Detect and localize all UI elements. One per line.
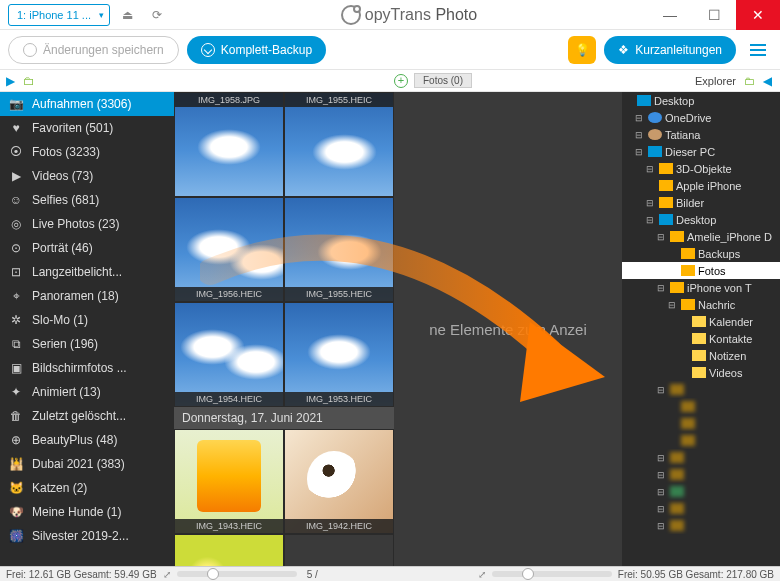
sidebar-item[interactable]: ✦Animiert (13) (0, 380, 174, 404)
guides-button[interactable]: ❖ Kurzanleitungen (604, 36, 736, 64)
tree-label: Apple iPhone (676, 180, 741, 192)
photo-thumb[interactable]: IMG_1955.HEIC (284, 197, 394, 302)
tree-row[interactable]: Backups (622, 245, 780, 262)
maximize-button[interactable]: ☐ (692, 0, 736, 30)
sidebar-item[interactable]: 🗑Zuletzt gelöscht... (0, 404, 174, 428)
sidebar-item[interactable]: 🎆Silvester 2019-2... (0, 524, 174, 548)
device-dropdown[interactable]: 1: iPhone 11 ... (8, 4, 110, 26)
status-right: Frei: 50.95 GB Gesamt: 217.80 GB (618, 569, 774, 580)
sidebar-item[interactable]: 🕌Dubai 2021 (383) (0, 452, 174, 476)
eject-icon[interactable]: ⏏ (114, 2, 140, 28)
statusbar: Frei: 12.61 GB Gesamt: 59.49 GB ⤢ 5 / ⤢ … (0, 566, 780, 581)
explorer-tree: Desktop⊟OneDrive⊟Tatiana⊟Dieser PC⊟3D-Ob… (622, 92, 780, 566)
tree-row[interactable]: ⊟Dieser PC (622, 143, 780, 160)
sidebar-item[interactable]: 🐱Katzen (2) (0, 476, 174, 500)
photo-thumb[interactable]: IMG_1943.HEIC (174, 429, 284, 534)
tree-row[interactable] (622, 432, 780, 449)
sidebar-item[interactable]: 🐶Meine Hunde (1) (0, 500, 174, 524)
tree-row[interactable]: ⊟Nachric (622, 296, 780, 313)
tree-twisty-icon[interactable]: ⊟ (655, 521, 667, 531)
tips-button[interactable]: 💡 (568, 36, 596, 64)
tree-twisty-icon[interactable]: ⊟ (633, 130, 645, 140)
refresh-icon[interactable]: ⟳ (144, 2, 170, 28)
sidebar-item[interactable]: ▣Bildschirmfotos ... (0, 356, 174, 380)
tree-twisty-icon[interactable]: ⊟ (644, 215, 656, 225)
tree-twisty-icon[interactable]: ⊟ (655, 283, 667, 293)
drop-area[interactable]: ne Elemente zum Anzei (394, 92, 622, 566)
close-button[interactable]: ✕ (736, 0, 780, 30)
photo-thumb[interactable]: IMG_1956.HEIC (174, 197, 284, 302)
photo-thumb[interactable]: IMG_1954.HEIC (174, 302, 284, 407)
tree-row[interactable]: Kalender (622, 313, 780, 330)
sidebar-item[interactable]: 📷Aufnahmen (3306) (0, 92, 174, 116)
tree-twisty-icon[interactable]: ⊟ (655, 453, 667, 463)
tree-row[interactable]: Desktop (622, 92, 780, 109)
sidebar-item[interactable]: ⊕BeautyPlus (48) (0, 428, 174, 452)
tree-twisty-icon[interactable]: ⊟ (655, 385, 667, 395)
sidebar-item[interactable]: ✲Slo-Mo (1) (0, 308, 174, 332)
photo-thumb[interactable]: IMG_1958.JPG (174, 92, 284, 197)
tree-row[interactable] (622, 415, 780, 432)
sidebar-item[interactable]: ♥Favoriten (501) (0, 116, 174, 140)
sidebar-item[interactable]: ⦿Fotos (3233) (0, 140, 174, 164)
tree-row[interactable]: ⊟ (622, 466, 780, 483)
tree-row[interactable]: Kontakte (622, 330, 780, 347)
folder-open-icon[interactable]: 🗀 (23, 74, 35, 88)
sidebar-item[interactable]: ⊙Porträt (46) (0, 236, 174, 260)
tree-row[interactable]: ⊟OneDrive (622, 109, 780, 126)
tree-twisty-icon[interactable]: ⊟ (655, 504, 667, 514)
tree-twisty-icon[interactable]: ⊟ (655, 232, 667, 242)
folder-icon[interactable]: 🗀 (744, 75, 755, 87)
photo-thumb[interactable]: IMG_1942.HEIC (284, 429, 394, 534)
tree-row[interactable]: Notizen (622, 347, 780, 364)
play-icon[interactable]: ▶ (6, 74, 15, 88)
tree-row[interactable]: ⊟ (622, 517, 780, 534)
tree-twisty-icon[interactable]: ⊟ (633, 147, 645, 157)
sidebar-item[interactable]: ⌖Panoramen (18) (0, 284, 174, 308)
minimize-button[interactable]: — (648, 0, 692, 30)
photo-thumb[interactable]: IMG_1955.HEIC (284, 92, 394, 197)
sidebar-item[interactable]: ⊡Langzeitbelicht... (0, 260, 174, 284)
tree-row[interactable]: ⊟ (622, 500, 780, 517)
collapse-icon[interactable]: ▶ (763, 74, 772, 88)
tree-row[interactable]: ⊟ (622, 449, 780, 466)
date-header: Donnerstag, 17. Juni 2021 (174, 407, 394, 429)
zoom-slider-left[interactable] (177, 571, 297, 577)
expand-right-icon[interactable]: ⤢ (478, 569, 486, 580)
tree-node-icon (670, 452, 684, 463)
tree-twisty-icon[interactable]: ⊟ (633, 113, 645, 123)
tree-row[interactable]: ⊟iPhone von T (622, 279, 780, 296)
fotos-tab[interactable]: Fotos (0) (414, 73, 472, 88)
tree-label: Kontakte (709, 333, 752, 345)
tree-row[interactable]: Apple iPhone (622, 177, 780, 194)
zoom-slider-right[interactable] (492, 571, 612, 577)
tree-twisty-icon[interactable]: ⊟ (655, 470, 667, 480)
full-backup-button[interactable]: Komplett-Backup (187, 36, 326, 64)
photo-thumb[interactable] (174, 534, 284, 566)
tree-row[interactable]: Fotos (622, 262, 780, 279)
tree-row[interactable]: ⊟ (622, 483, 780, 500)
tree-twisty-icon[interactable]: ⊟ (666, 300, 678, 310)
album-icon: 📷 (8, 97, 24, 111)
tree-row[interactable]: ⊟ (622, 381, 780, 398)
tree-row[interactable]: ⊟Amelie_iPhone D (622, 228, 780, 245)
expand-left-icon[interactable]: ⤢ (163, 569, 171, 580)
tree-row[interactable] (622, 398, 780, 415)
tree-row[interactable]: ⊟3D-Objekte (622, 160, 780, 177)
sidebar-item[interactable]: ☺Selfies (681) (0, 188, 174, 212)
tree-row[interactable]: Videos (622, 364, 780, 381)
sidebar-item[interactable]: ▶Videos (73) (0, 164, 174, 188)
photo-thumb[interactable]: IMG_1953.HEIC (284, 302, 394, 407)
tree-twisty-icon[interactable]: ⊟ (644, 164, 656, 174)
album-label: Meine Hunde (1) (32, 505, 121, 519)
sidebar-item[interactable]: ⧉Serien (196) (0, 332, 174, 356)
add-icon[interactable]: + (394, 74, 408, 88)
tree-twisty-icon[interactable]: ⊟ (644, 198, 656, 208)
tree-row[interactable]: ⊟Tatiana (622, 126, 780, 143)
tree-row[interactable]: ⊟Desktop (622, 211, 780, 228)
sidebar-item[interactable]: ◎Live Photos (23) (0, 212, 174, 236)
tree-node-icon (681, 299, 695, 310)
menu-button[interactable] (744, 36, 772, 64)
tree-twisty-icon[interactable]: ⊟ (655, 487, 667, 497)
tree-row[interactable]: ⊟Bilder (622, 194, 780, 211)
